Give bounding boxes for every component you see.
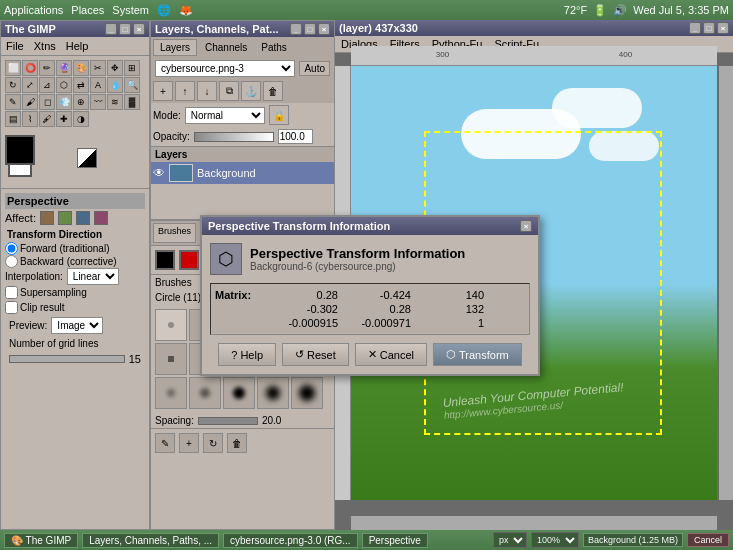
globe-icon[interactable]: 🌐 xyxy=(157,4,171,17)
tool-select-color[interactable]: 🎨 xyxy=(73,60,89,76)
tool-eraser[interactable]: ◻ xyxy=(39,94,55,110)
mode-select[interactable]: Normal Multiply Screen xyxy=(185,107,265,124)
tool-move[interactable]: ✥ xyxy=(107,60,123,76)
scrollbar-vertical[interactable] xyxy=(719,66,733,500)
tool-perspective[interactable]: ⬡ xyxy=(56,77,72,93)
tool-flip[interactable]: ⇄ xyxy=(73,77,89,93)
brush-15[interactable] xyxy=(291,377,323,409)
image-select-dropdown[interactable]: cybersource.png-3 xyxy=(155,60,295,77)
applications-menu[interactable]: Applications xyxy=(4,4,63,17)
canvas-close[interactable]: × xyxy=(717,22,729,34)
supersampling-row[interactable]: Supersampling xyxy=(5,285,145,300)
taskbar-image[interactable]: cybersource.png-3.0 (RG... xyxy=(223,533,358,548)
help-button[interactable]: ? Help xyxy=(218,343,276,366)
tool-paintbrush[interactable]: 🖌 xyxy=(22,94,38,110)
canvas-minimize[interactable]: _ xyxy=(689,22,701,34)
grid-slider[interactable] xyxy=(9,355,125,363)
xtns-menu[interactable]: Xtns xyxy=(31,39,59,53)
spacing-slider[interactable] xyxy=(198,417,258,425)
background-layer-row[interactable]: 👁 Background xyxy=(151,162,334,184)
brushes-refresh-button[interactable]: ↻ xyxy=(203,433,223,453)
tool-path[interactable]: ⌇ xyxy=(22,111,38,127)
canvas-maximize[interactable]: □ xyxy=(703,22,715,34)
brushes-delete-button[interactable]: 🗑 xyxy=(227,433,247,453)
forward-radio[interactable] xyxy=(5,242,18,255)
channels-tab[interactable]: Channels xyxy=(199,40,253,55)
status-cancel-button[interactable]: Cancel xyxy=(687,533,729,547)
brush-6[interactable] xyxy=(155,343,187,375)
transform-button[interactable]: ⬡ Transform xyxy=(433,343,522,366)
brush-12[interactable] xyxy=(189,377,221,409)
opacity-input[interactable] xyxy=(278,129,313,144)
opacity-slider[interactable] xyxy=(194,132,274,142)
layer-visibility-icon[interactable]: 👁 xyxy=(153,166,165,180)
taskbar-apps-places[interactable]: Applications Places System 🌐 🦊 xyxy=(4,4,193,17)
file-menu[interactable]: File xyxy=(3,39,27,53)
taskbar-gimp[interactable]: 🎨 The GIMP xyxy=(4,533,78,548)
tool-colorpicker[interactable]: 💧 xyxy=(107,77,123,93)
tool-convolve[interactable]: ≋ xyxy=(107,94,123,110)
layers-tab[interactable]: Layers xyxy=(153,39,197,56)
layers-minimize[interactable]: _ xyxy=(290,23,302,35)
maximize-button[interactable]: □ xyxy=(119,23,131,35)
fg-color-swatch[interactable] xyxy=(5,135,35,165)
tool-heal[interactable]: ✚ xyxy=(56,111,72,127)
tool-shear[interactable]: ⊿ xyxy=(39,77,55,93)
clip-result-row[interactable]: Clip result xyxy=(5,300,145,315)
reset-button[interactable]: ↺ Reset xyxy=(282,343,349,366)
forward-option[interactable]: Forward (traditional) xyxy=(5,242,145,255)
tool-intelligent-scissors[interactable]: ✂ xyxy=(90,60,106,76)
help-menu[interactable]: Help xyxy=(63,39,92,53)
fg-color-button[interactable] xyxy=(155,250,175,270)
swap-colors-button[interactable] xyxy=(77,148,97,168)
tool-fuzzy-select[interactable]: 🔮 xyxy=(56,60,72,76)
interpolation-select[interactable]: Linear None Cubic xyxy=(67,268,119,285)
anchor-layer-button[interactable]: ⚓ xyxy=(241,81,261,101)
auto-button[interactable]: Auto xyxy=(299,61,330,76)
tool-crop[interactable]: ⊞ xyxy=(124,60,140,76)
tool-clone[interactable]: ⊕ xyxy=(73,94,89,110)
affect-transform-icon[interactable] xyxy=(40,211,54,225)
brushes-new-button[interactable]: + xyxy=(179,433,199,453)
new-layer-button[interactable]: + xyxy=(153,81,173,101)
affect-rotate-icon[interactable] xyxy=(76,211,90,225)
lower-layer-button[interactable]: ↓ xyxy=(197,81,217,101)
tool-rect-select[interactable]: ⬜ xyxy=(5,60,21,76)
supersampling-checkbox[interactable] xyxy=(5,286,18,299)
paths-tab[interactable]: Paths xyxy=(255,40,293,55)
brush-1[interactable] xyxy=(155,309,187,341)
preview-select[interactable]: Image Grid xyxy=(51,317,103,334)
brush-14[interactable] xyxy=(257,377,289,409)
affect-move-icon[interactable] xyxy=(58,211,72,225)
tool-blend[interactable]: ▤ xyxy=(5,111,21,127)
layers-maximize[interactable]: □ xyxy=(304,23,316,35)
brush-11[interactable] xyxy=(155,377,187,409)
tool-rotate[interactable]: ↻ xyxy=(5,77,21,93)
red-color-button[interactable] xyxy=(179,250,199,270)
brush-13[interactable] xyxy=(223,377,255,409)
tool-scale[interactable]: ⤢ xyxy=(22,77,38,93)
backward-radio[interactable] xyxy=(5,255,18,268)
close-button[interactable]: × xyxy=(133,23,145,35)
canvas-title-buttons[interactable]: _ □ × xyxy=(689,22,729,34)
layers-close[interactable]: × xyxy=(318,23,330,35)
units-select[interactable]: px in xyxy=(493,532,527,548)
gimp-title-buttons[interactable]: _ □ × xyxy=(105,23,145,35)
tool-smudge[interactable]: 〰 xyxy=(90,94,106,110)
duplicate-layer-button[interactable]: ⧉ xyxy=(219,81,239,101)
zoom-select[interactable]: 100% 50% 200% xyxy=(531,532,579,548)
lock-alpha-button[interactable]: 🔒 xyxy=(269,105,289,125)
tool-ink[interactable]: 🖋 xyxy=(39,111,55,127)
brushes-edit-button[interactable]: ✎ xyxy=(155,433,175,453)
tool-text[interactable]: A xyxy=(90,77,106,93)
backward-option[interactable]: Backward (corrective) xyxy=(5,255,145,268)
tool-free-select[interactable]: ✏ xyxy=(39,60,55,76)
perspective-dialog-close[interactable]: × xyxy=(520,220,532,232)
system-menu[interactable]: System xyxy=(112,4,149,17)
firefox-icon[interactable]: 🦊 xyxy=(179,4,193,17)
tool-ellipse-select[interactable]: ⭕ xyxy=(22,60,38,76)
tool-airbrush[interactable]: 💨 xyxy=(56,94,72,110)
tool-bucket-fill[interactable]: ▓ xyxy=(124,94,140,110)
tool-dodgeburn[interactable]: ◑ xyxy=(73,111,89,127)
cancel-button[interactable]: ✕ Cancel xyxy=(355,343,427,366)
